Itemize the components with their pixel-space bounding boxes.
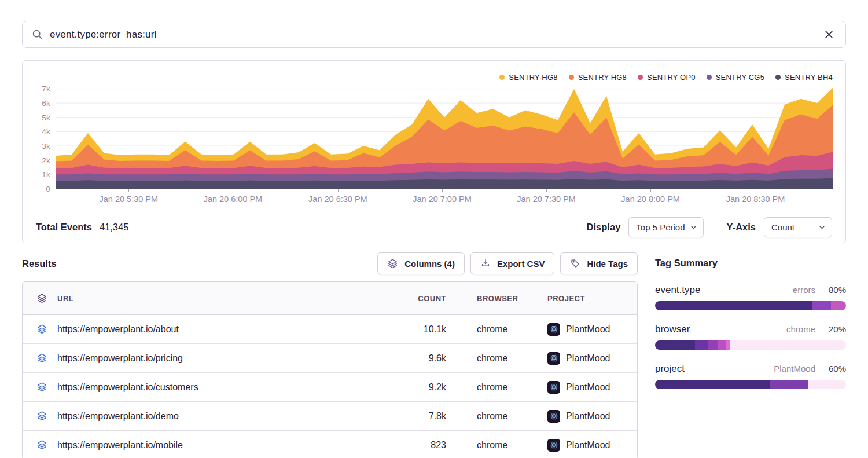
count-cell: 9.6k [382, 353, 446, 364]
search-input[interactable] [50, 29, 823, 41]
tag-bar-segment [812, 301, 831, 310]
column-header-url[interactable]: URL [23, 293, 382, 304]
project-avatar-atom-icon [547, 323, 560, 336]
tag-key: event.type [655, 284, 793, 296]
tag-bar-segment [708, 340, 718, 350]
total-events-value: 41,345 [100, 222, 128, 233]
tag-bar-segment [770, 380, 808, 389]
column-header-count[interactable]: COUNT [382, 294, 446, 303]
tag-key: browser [655, 324, 786, 335]
tag-top-value: PlantMood [774, 364, 815, 373]
results-title: Results [22, 258, 57, 269]
tag-top-value: chrome [786, 324, 815, 334]
legend-label: SENTRY-CG5 [716, 73, 764, 82]
tag-bar-segment [655, 301, 812, 310]
display-select[interactable]: Top 5 Period [628, 217, 703, 237]
url-cell: https://empowerplant.io/mobile [23, 439, 382, 450]
tag-distribution-bar[interactable] [655, 301, 846, 310]
chart-panel: SENTRY-HG8SENTRY-HG8SENTRY-OP0SENTRY-CG5… [22, 60, 846, 243]
legend-item[interactable]: SENTRY-HG8 [499, 73, 557, 82]
layers-icon[interactable] [36, 411, 47, 422]
layers-icon [387, 258, 398, 269]
layers-icon[interactable] [36, 353, 47, 364]
count-cell: 10.1k [382, 324, 446, 335]
stacked-area-chart[interactable] [56, 85, 833, 189]
browser-cell: chrome [446, 382, 533, 393]
display-label: Display [587, 222, 621, 233]
y-tick-label: 4k [42, 127, 50, 136]
url-value[interactable]: https://empowerplant.io/mobile [57, 440, 183, 450]
legend-item[interactable]: SENTRY-CG5 [707, 73, 764, 82]
tag-summary-item: browser chrome 20% [655, 324, 846, 350]
browser-cell: chrome [446, 440, 533, 450]
tag-icon [570, 258, 580, 269]
x-tick-label: Jan 20 8:30 PM [726, 195, 785, 204]
table-header: URL COUNT BROWSER PROJECT [23, 282, 637, 315]
project-cell: PlantMood [533, 439, 637, 452]
layers-icon[interactable] [36, 439, 47, 450]
x-tick-label: Jan 20 7:00 PM [413, 195, 472, 204]
export-csv-button[interactable]: Export CSV [470, 252, 555, 274]
results-table: URL COUNT BROWSER PROJECT https://empowe… [22, 281, 638, 458]
url-value[interactable]: https://empowerplant.io/customers [57, 382, 198, 393]
columns-4-button[interactable]: Columns (4) [377, 252, 465, 274]
tag-bar-segment [808, 380, 846, 389]
x-tick-label: Jan 20 7:30 PM [517, 195, 576, 204]
y-tick-label: 7k [42, 85, 50, 93]
hide-tags-button[interactable]: Hide Tags [560, 252, 638, 274]
project-cell: PlantMood [533, 410, 637, 423]
chart-footer: Total Events 41,345 Display Top 5 Period… [23, 211, 845, 243]
legend-label: SENTRY-BH4 [785, 73, 833, 82]
project-name: PlantMood [566, 324, 610, 335]
browser-cell: chrome [446, 411, 533, 422]
tag-summary: Tag Summary event.type errors 80% browse… [655, 252, 846, 458]
x-tick-label: Jan 20 8:00 PM [621, 195, 680, 204]
yaxis-select[interactable]: Count [764, 217, 832, 237]
layers-icon[interactable] [36, 324, 47, 335]
tag-bar-segment [655, 380, 770, 389]
legend-dot [775, 75, 781, 80]
tag-percentage: 60% [825, 364, 846, 373]
project-avatar-atom-icon [547, 439, 560, 452]
legend-dot [707, 75, 712, 80]
url-value[interactable]: https://empowerplant.io/pricing [57, 353, 183, 364]
chevron-down-icon [690, 223, 697, 231]
url-value[interactable]: https://empowerplant.io/about [57, 324, 179, 335]
x-tick-mark [233, 189, 233, 192]
chevron-down-icon [818, 223, 826, 231]
url-value[interactable]: https://empowerplant.io/demo [57, 411, 179, 422]
x-axis: Jan 20 5:30 PMJan 20 6:00 PMJan 20 6:30 … [56, 189, 833, 211]
search-bar[interactable] [22, 21, 846, 48]
tag-bar-segment [655, 340, 695, 350]
layers-icon[interactable] [36, 293, 47, 304]
yaxis-label: Y-Axis [727, 222, 756, 233]
legend-label: SENTRY-HG8 [578, 73, 627, 82]
tag-percentage: 20% [825, 324, 846, 334]
button-label: Hide Tags [587, 259, 628, 269]
tag-bar-segment [726, 340, 730, 350]
url-cell: https://empowerplant.io/about [23, 324, 382, 335]
legend-label: SENTRY-OP0 [647, 73, 696, 82]
project-avatar-atom-icon [547, 352, 560, 365]
discover-page: SENTRY-HG8SENTRY-HG8SENTRY-OP0SENTRY-CG5… [0, 0, 868, 458]
total-events-label: Total Events [36, 222, 92, 233]
legend-label: SENTRY-HG8 [509, 73, 557, 82]
total-events: Total Events 41,345 [36, 222, 128, 233]
legend-item[interactable]: SENTRY-HG8 [569, 73, 627, 82]
x-tick-mark [338, 189, 339, 192]
table-row: https://empowerplant.io/pricing 9.6k chr… [23, 344, 637, 373]
legend-item[interactable]: SENTRY-BH4 [775, 73, 833, 82]
legend-dot [499, 75, 505, 80]
column-header-project[interactable]: PROJECT [533, 294, 637, 303]
tag-distribution-bar[interactable] [655, 380, 846, 389]
x-tick-label: Jan 20 6:00 PM [204, 195, 263, 204]
url-cell: https://empowerplant.io/demo [23, 411, 382, 422]
tag-distribution-bar[interactable] [655, 340, 846, 350]
project-name: PlantMood [566, 353, 610, 364]
tag-top-value: errors [793, 285, 815, 295]
clear-search-icon[interactable] [823, 28, 835, 41]
legend-item[interactable]: SENTRY-OP0 [638, 73, 696, 82]
layers-icon[interactable] [36, 382, 47, 393]
legend-dot [569, 75, 574, 80]
column-header-browser[interactable]: BROWSER [446, 294, 533, 303]
